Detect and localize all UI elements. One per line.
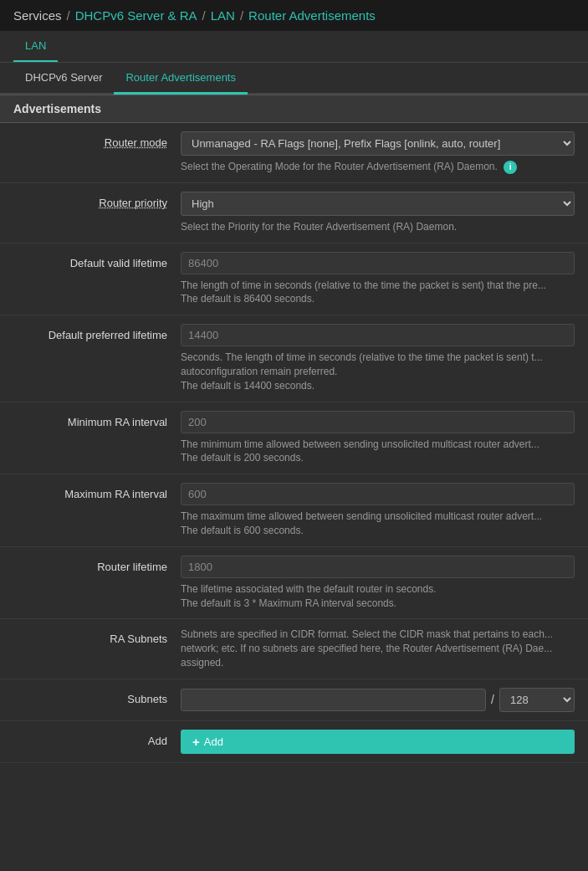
breadcrumb-sep-1: / xyxy=(67,8,70,23)
subnets-slash: / xyxy=(491,693,494,706)
breadcrumb-sep-3: / xyxy=(240,8,243,23)
tab-lan[interactable]: LAN xyxy=(13,31,58,62)
maximum-ra-interval-content: The maximum time allowed between sending… xyxy=(181,483,575,538)
default-preferred-lifetime-input[interactable] xyxy=(181,324,575,346)
router-lifetime-label: Router lifetime xyxy=(13,556,181,573)
router-priority-help: Select the Priority for the Router Adver… xyxy=(181,220,575,234)
add-button[interactable]: + Add xyxy=(181,730,575,754)
default-preferred-lifetime-content: Seconds. The length of time in seconds (… xyxy=(181,324,575,392)
router-mode-select[interactable]: Unmanaged - RA Flags [none], Prefix Flag… xyxy=(181,131,575,156)
subnets-row: Subnets / 128 64 48 32 xyxy=(0,679,588,721)
router-mode-help: Select the Operating Mode for the Router… xyxy=(181,160,575,174)
router-lifetime-help: The lifetime associated with the default… xyxy=(181,582,575,611)
router-mode-content: Unmanaged - RA Flags [none], Prefix Flag… xyxy=(181,131,575,174)
minimum-ra-interval-help: The minimum time allowed between sending… xyxy=(181,438,575,466)
minimum-ra-interval-content: The minimum time allowed between sending… xyxy=(181,411,575,466)
maximum-ra-interval-input[interactable] xyxy=(181,483,575,505)
plus-icon: + xyxy=(192,735,200,749)
add-label: Add xyxy=(13,730,181,747)
breadcrumb-ra[interactable]: Router Advertisements xyxy=(248,8,376,23)
router-lifetime-input[interactable] xyxy=(181,556,575,578)
minimum-ra-interval-input[interactable] xyxy=(181,411,575,433)
breadcrumb-sep-2: / xyxy=(202,8,206,23)
router-priority-content: High Medium Low Select the Priority for … xyxy=(181,192,575,234)
subnets-input-row: / 128 64 48 32 xyxy=(181,688,575,712)
advertisements-section: Advertisements Router mode Unmanaged - R… xyxy=(0,95,588,763)
tab-router-advertisements[interactable]: Router Advertisements xyxy=(114,63,248,95)
router-mode-label: Router mode xyxy=(13,131,181,149)
maximum-ra-interval-help: The maximum time allowed between sending… xyxy=(181,510,575,538)
router-priority-label: Router priority xyxy=(13,192,181,209)
default-preferred-lifetime-help: Seconds. The length of time in seconds (… xyxy=(181,351,575,392)
add-row: Add + Add xyxy=(0,721,588,763)
breadcrumb-lan[interactable]: LAN xyxy=(211,8,235,23)
router-lifetime-row: Router lifetime The lifetime associated … xyxy=(0,547,588,620)
minimum-ra-interval-label: Minimum RA interval xyxy=(13,411,181,428)
section-title: Advertisements xyxy=(0,95,588,123)
router-mode-info-icon[interactable]: i xyxy=(504,161,517,174)
default-valid-lifetime-row: Default valid lifetime The length of tim… xyxy=(0,243,588,316)
subnets-label: Subnets xyxy=(13,688,181,705)
breadcrumb-services[interactable]: Services xyxy=(13,8,62,23)
subnets-text-input[interactable] xyxy=(181,689,486,711)
default-preferred-lifetime-row: Default preferred lifetime Seconds. The … xyxy=(0,315,588,402)
add-button-label: Add xyxy=(204,735,223,748)
router-mode-row: Router mode Unmanaged - RA Flags [none],… xyxy=(0,123,588,183)
ra-subnets-content: Subnets are specified in CIDR format. Se… xyxy=(181,628,575,669)
minimum-ra-interval-row: Minimum RA interval The minimum time all… xyxy=(0,402,588,475)
default-valid-lifetime-help: The length of time in seconds (relative … xyxy=(181,279,575,307)
ra-subnets-row: RA Subnets Subnets are specified in CIDR… xyxy=(0,619,588,679)
router-priority-select[interactable]: High Medium Low xyxy=(181,192,575,216)
router-lifetime-content: The lifetime associated with the default… xyxy=(181,556,575,611)
default-valid-lifetime-content: The length of time in seconds (relative … xyxy=(181,252,575,307)
add-content: + Add xyxy=(181,730,575,754)
default-valid-lifetime-label: Default valid lifetime xyxy=(13,252,181,269)
router-priority-row: Router priority High Medium Low Select t… xyxy=(0,183,588,243)
maximum-ra-interval-label: Maximum RA interval xyxy=(13,483,181,500)
subnets-cidr-select[interactable]: 128 64 48 32 xyxy=(499,688,575,712)
sub-tab-bar: DHCPv6 Server Router Advertisements xyxy=(0,63,588,95)
breadcrumb: Services / DHCPv6 Server & RA / LAN / Ro… xyxy=(0,0,588,31)
top-tab-bar: LAN xyxy=(0,31,588,63)
breadcrumb-dhcp[interactable]: DHCPv6 Server & RA xyxy=(75,8,197,23)
default-valid-lifetime-input[interactable] xyxy=(181,252,575,274)
default-preferred-lifetime-label: Default preferred lifetime xyxy=(13,324,181,341)
ra-subnets-help: Subnets are specified in CIDR format. Se… xyxy=(181,628,575,669)
tab-dhcpv6-server[interactable]: DHCPv6 Server xyxy=(13,63,114,95)
subnets-content: / 128 64 48 32 xyxy=(181,688,575,712)
ra-subnets-label: RA Subnets xyxy=(13,628,181,645)
maximum-ra-interval-row: Maximum RA interval The maximum time all… xyxy=(0,474,588,547)
